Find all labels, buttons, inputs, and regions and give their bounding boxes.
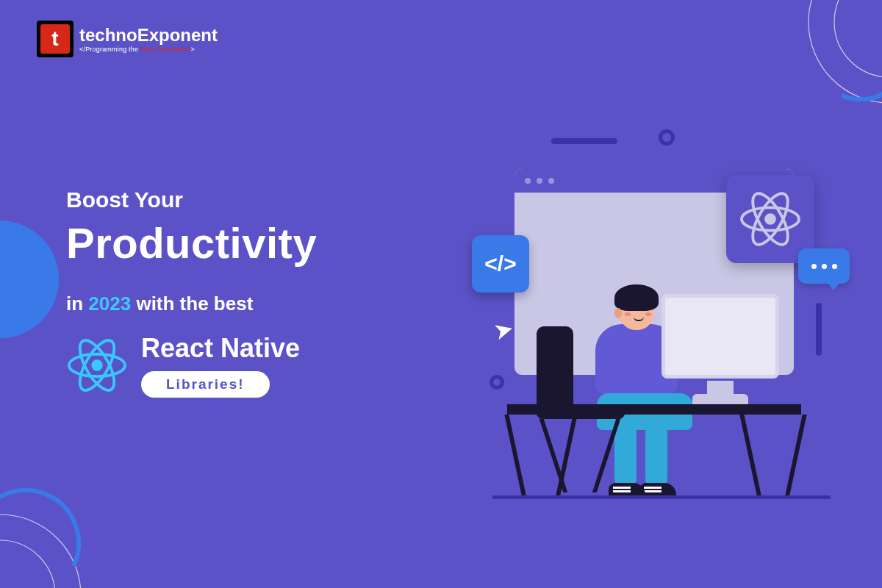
illustration: </> ➤ [426,125,838,507]
logo-text: technoExponent </Programming the Next Ge… [79,25,218,53]
logo-mark: t [37,21,74,57]
desk-leg [739,415,761,495]
tagline-accent: Next Generation [140,46,191,53]
logo-tagline: </Programming the Next Generation> [79,46,218,53]
decorative-circle-left [0,220,59,338]
tagline-prefix: </Programming the [79,46,140,53]
logo-title: technoExponent [79,25,218,46]
svg-point-8 [764,213,776,225]
react-native-row: React Native Libraries! [66,333,317,398]
svg-point-4 [91,359,102,370]
logo-letter: t [40,24,70,54]
react-native-col: React Native Libraries! [141,333,300,398]
decorative-arcs-bottom-left [0,448,147,588]
chat-dot [811,264,817,269]
window-dot [537,178,542,184]
person-eye [642,306,645,309]
logo-name-bold: Exponent [137,25,218,45]
brand-logo: t technoExponent </Programming the Next … [37,21,218,57]
line3-prefix: in [66,293,88,315]
person-leg [645,423,667,489]
svg-point-0 [808,0,882,103]
banner-canvas: t technoExponent </Programming the Next … [0,0,882,588]
person-blush [645,312,651,316]
desk-leg [504,415,526,495]
chair-seat [537,407,625,419]
decorative-ring [659,129,675,146]
svg-point-2 [0,514,81,588]
cursor-icon: ➤ [491,314,517,346]
chat-dot [822,264,827,269]
person-eye [631,306,634,309]
tagline-suffix: > [190,46,194,53]
react-native-title: React Native [141,333,300,364]
decorative-ring [490,375,504,390]
window-dot [548,178,554,184]
desk-leg [785,415,806,495]
headline-line3: in 2023 with the best [66,293,317,315]
person-blush [625,312,631,316]
monitor-stand [707,381,734,395]
chat-bubble [798,248,850,284]
floor-line [492,495,831,499]
svg-point-3 [0,540,55,588]
react-icon [66,334,128,396]
headline-line2: Productivity [66,218,317,268]
headline-block: Boost Your Productivity in 2023 with the… [66,187,317,398]
monitor-screen [662,294,779,379]
logo-name-light: techno [79,25,137,45]
window-dot [525,178,531,184]
headline-year: 2023 [88,293,131,315]
decorative-line-vertical [816,303,822,356]
monitor-base [692,394,748,404]
svg-point-1 [834,0,882,77]
person-leg [614,423,637,489]
person-ear [614,308,622,318]
line3-suffix: with the best [131,293,253,315]
code-badge: </> [472,235,529,293]
person-hair [614,284,659,311]
react-icon [739,187,802,251]
code-icon: </> [484,251,516,276]
headline-line1: Boost Your [66,187,317,212]
decorative-line [551,138,617,144]
chat-dot [832,264,837,269]
libraries-pill: Libraries! [141,371,270,398]
